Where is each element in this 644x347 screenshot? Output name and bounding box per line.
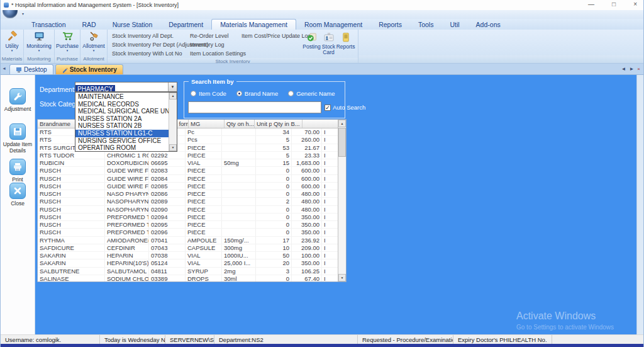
- ribbon-group-label: Materials: [1, 55, 23, 63]
- table-column-header[interactable]: MG: [189, 120, 225, 128]
- ribbon-group-label: Stock Inventory: [108, 58, 358, 63]
- ribbon-tab[interactable]: RAD: [74, 20, 104, 30]
- dropdown-option[interactable]: MEDICAL SURGICAL CARE UNIT: [75, 108, 169, 115]
- minimize-button[interactable]: —: [588, 1, 594, 8]
- dropdown-option[interactable]: OPERATING ROOM: [75, 144, 169, 151]
- handtruck-icon-button[interactable]: Allotment ▾: [80, 30, 107, 55]
- stock-inventory-menu-col1: Stock Inventory All Dept.Stock Inventory…: [108, 31, 190, 58]
- chevron-down-icon: ▾: [67, 49, 69, 52]
- table-scrollbar[interactable]: ▲ ▼: [338, 120, 346, 282]
- table-column-header[interactable]: Qty on h...: [225, 120, 255, 128]
- table-row[interactable]: RUSCH NASOPHARYNGE... 02089 PIECE 2 480.…: [38, 198, 338, 205]
- table-row[interactable]: RUSCH NASOPHARYNGE... 02090 PIECE 0 480.…: [38, 206, 338, 213]
- table-row[interactable]: SALINASE SODIUM CHLORIDE 03389 DROPS 30m…: [38, 275, 338, 282]
- table-row[interactable]: RUSCH NASO PHARYNGE... 02086 PIECE 0 480…: [38, 190, 338, 198]
- dropdown-option[interactable]: NURSES STATION 2B: [75, 122, 169, 130]
- search-item-by-group: Search Item by Item Code Brand Name: [184, 81, 345, 118]
- hammer-icon: [6, 31, 18, 43]
- ribbon-menu-item[interactable]: Re-Order Level: [190, 31, 242, 40]
- dropdown-option[interactable]: MEDICAL RECORDS: [75, 101, 169, 108]
- search-mode-radio[interactable]: Generic Name: [288, 90, 335, 97]
- reports-button[interactable]: Reports: [337, 31, 354, 58]
- bottom-strip: [1, 344, 643, 347]
- ribbon-menu-item[interactable]: Item Cost/Price Update Logs: [242, 31, 302, 40]
- ribbon-tab[interactable]: Util: [441, 20, 467, 30]
- scroll-up-icon[interactable]: ▲: [338, 120, 346, 127]
- maximize-button[interactable]: □: [612, 1, 616, 8]
- cart-icon: [62, 31, 74, 43]
- tab-scroll-right-icon[interactable]: ►: [629, 66, 634, 72]
- table-row[interactable]: SAFDICURE CEFDINIR 07043 CAPSULE 300mg 1…: [38, 244, 338, 252]
- ribbon-tab[interactable]: Reports: [370, 20, 410, 30]
- dropdown-option[interactable]: NURSES STATION 2A: [75, 115, 169, 123]
- scroll-down-icon[interactable]: ▼: [338, 274, 346, 282]
- table-row[interactable]: SAKARIN HEPARIN(10'S) 05124 VIAL 25,000 …: [38, 259, 338, 267]
- close-button[interactable]: Close: [9, 183, 26, 207]
- ribbon-tab[interactable]: Department: [160, 20, 211, 30]
- search-mode-radio[interactable]: Item Code: [191, 90, 226, 97]
- ribbon-tab[interactable]: Tools: [410, 20, 442, 30]
- tab-desktop[interactable]: Desktop: [9, 64, 53, 74]
- status-segment: Today is Wednesday Nov-27-2019 01:04:51 …: [100, 335, 165, 344]
- ribbon-tab-bar: TransactionRADNurse StationDepartmentMat…: [1, 19, 643, 30]
- adjustment-button[interactable]: Adjustment: [4, 88, 31, 112]
- stock-card-button[interactable]: Stock Card: [320, 31, 337, 58]
- update-item-details-button[interactable]: Update Item Details: [1, 123, 35, 154]
- window-title: * Hospital Information and Management Sy…: [11, 2, 179, 8]
- posting-button[interactable]: Posting: [303, 31, 320, 58]
- dropdown-scrollbar[interactable]: ▲ ▼: [169, 93, 177, 151]
- ribbon-tab[interactable]: Add-ons: [468, 20, 509, 30]
- print-button[interactable]: Print: [9, 159, 26, 183]
- ribbon-tab[interactable]: Materials Management: [211, 19, 296, 30]
- ribbon-tab[interactable]: Room Management: [296, 20, 370, 30]
- printer-icon: [9, 159, 26, 175]
- table-row[interactable]: RUBICIN DOXORUBICIN 06695 VIAL 50mg 15 1…: [38, 159, 338, 167]
- chevron-down-icon: ▾: [93, 49, 95, 52]
- ribbon-menu-item[interactable]: Stock Inventory Per Dept (Adjustment): [112, 40, 190, 49]
- search-input[interactable]: [188, 101, 321, 113]
- tab-scroll-left-icon[interactable]: ◄: [621, 66, 626, 72]
- application-orb-button[interactable]: [3, 10, 18, 18]
- dropdown-option[interactable]: MAINTENANCE: [75, 93, 169, 101]
- department-combobox[interactable]: PHARMACY ▼: [75, 82, 177, 92]
- table-row[interactable]: RYTHMA AMIODARONE(6'S) 07041 AMPOULE 150…: [38, 237, 338, 244]
- scroll-up-icon[interactable]: ▲: [169, 93, 177, 100]
- combobox-dropdown-icon[interactable]: ▼: [168, 82, 177, 91]
- scrollbar-thumb[interactable]: [338, 128, 346, 157]
- utility-button[interactable]: Utility ▾: [1, 30, 23, 55]
- dropdown-option[interactable]: NURSING SERVICE OFFICE: [75, 137, 169, 145]
- auto-search-option[interactable]: Auto Search: [325, 104, 365, 111]
- close-window-button[interactable]: ×: [633, 1, 637, 8]
- table-row[interactable]: SALBUTRENE SALBUTAMOL 04811 SYRUP 2mg 3 …: [38, 268, 338, 275]
- close-tab-icon[interactable]: ×: [637, 66, 640, 72]
- ribbon-menu-item[interactable]: Stock Inventory With Lot No: [112, 49, 190, 58]
- ribbon-menu-item[interactable]: Inventory Log: [190, 40, 242, 49]
- scroll-down-icon[interactable]: ▼: [169, 144, 177, 151]
- table-row[interactable]: RUSCH PREFORMED TRAC... 02094 PIECE 0 35…: [38, 213, 338, 221]
- table-row[interactable]: RUSCH GUIDE WIRE F12 02083 PIECE 0 600.0…: [38, 167, 338, 174]
- ribbon-menu-item[interactable]: Stock Inventory All Dept.: [112, 31, 190, 40]
- tab-stock-inventory[interactable]: Stock Inventory: [55, 64, 123, 74]
- table-column-header[interactable]: Unit price/...: [255, 120, 272, 128]
- ribbon-group-label: Allotment: [80, 55, 107, 63]
- table-row[interactable]: RTS TUDOR CHROMIC 1 ROUN... 02292 PIECE …: [38, 152, 338, 159]
- ribbon-tab[interactable]: Nurse Station: [104, 20, 161, 30]
- dropdown-option[interactable]: NURSES STATION LG1-C: [75, 130, 169, 137]
- table-row[interactable]: SAKARIN HEPARIN 07038 VIAL 1000IU... 50 …: [38, 252, 338, 259]
- table-column-header[interactable]: Qty in B...: [272, 120, 303, 128]
- ribbon: Utility ▾ Materials Monitoring ▾ Monitor…: [1, 30, 643, 64]
- table-row[interactable]: RUSCH GUIDE WIRE F6 02085 PIECE 0 600.00…: [38, 183, 338, 190]
- ribbon-menu-item[interactable]: Item Location Settings: [190, 49, 242, 58]
- table-row[interactable]: RUSCH GUIDE WIRE F14 02084 PIECE 0 600.0…: [38, 175, 338, 183]
- stock-inventory-menu-col3: Item Cost/Price Update Logs: [242, 31, 302, 58]
- monitoring-button[interactable]: Monitoring ▾: [24, 30, 54, 55]
- department-selected-value: PHARMACY: [75, 85, 115, 91]
- quick-access-dropdown-icon[interactable]: ▾: [22, 11, 24, 16]
- search-mode-radio[interactable]: Brand Name: [236, 90, 278, 97]
- radio-button-icon: [191, 91, 196, 96]
- purchase-button[interactable]: Purchase ▾: [55, 30, 80, 55]
- table-row[interactable]: RUSCH PREFORMED TRAC... 02096 PIECE 0 35…: [38, 229, 338, 236]
- tab-scroll-left-icon[interactable]: ◄: [2, 66, 6, 71]
- table-row[interactable]: RUSCH PREFORMED TRAC... 02095 PIECE 0 35…: [38, 221, 338, 229]
- ribbon-tab[interactable]: Transaction: [23, 20, 74, 30]
